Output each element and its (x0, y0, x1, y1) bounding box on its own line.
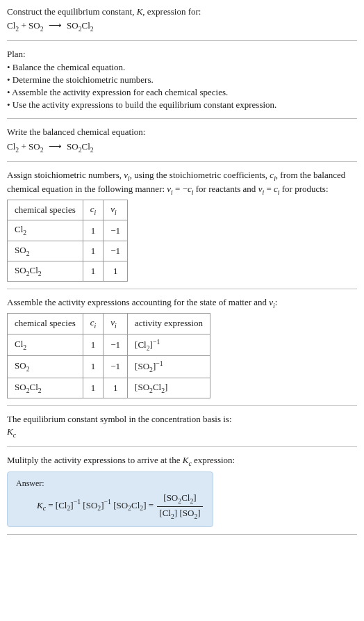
balanced-section: Write the balanced chemical equation: Cl… (7, 126, 357, 161)
fraction: [SO2Cl2] [Cl2] [SO2] (157, 492, 202, 520)
kc-symbol-section: The equilibrium constant symbol in the c… (7, 413, 357, 447)
multiply-text: Mulitply the activity expressions to arr… (7, 454, 357, 468)
intro-prefix: Construct the equilibrium constant, (7, 6, 137, 17)
product-1: SO2Cl2 (67, 20, 94, 31)
reactant-2: SO2 (28, 20, 44, 31)
col-c: ci (83, 314, 104, 334)
arrow-icon: ⟶ (49, 19, 62, 32)
table-row: SO2Cl2 1 1 (8, 261, 128, 281)
table-row: Cl2 1 −1 (8, 220, 128, 241)
intro-suffix: , expression for: (142, 6, 201, 17)
reactant-1: Cl2 (7, 20, 19, 31)
kc-symbol: Kc (7, 426, 357, 439)
col-nu: νi (104, 200, 128, 220)
balanced-header: Write the balanced chemical equation: (7, 126, 357, 138)
plan-item-3: • Assemble the activity expression for e… (7, 86, 357, 99)
table-row: SO2 1 −1 [SO2]−1 (8, 356, 210, 378)
plan-section: Plan: • Balance the chemical equation. •… (7, 48, 357, 119)
col-species: chemical species (8, 200, 83, 220)
answer-box: Answer: Kc = [Cl2]−1 [SO2]−1 [SO2Cl2] = … (7, 471, 213, 527)
table-header-row: chemical species ci νi activity expressi… (8, 314, 210, 334)
assign-text: Assign stoichiometric numbers, νi, using… (7, 169, 357, 197)
kc-symbol-text: The equilibrium constant symbol in the c… (7, 413, 357, 426)
multiply-section: Mulitply the activity expressions to arr… (7, 454, 357, 535)
activity-table: chemical species ci νi activity expressi… (7, 313, 210, 398)
col-activity: activity expression (128, 314, 210, 334)
reaction-equation: Cl2 + SO2 ⟶ SO2Cl2 (7, 19, 357, 33)
plan-header: Plan: (7, 48, 357, 61)
assemble-text: Assemble the activity expressions accoun… (7, 296, 357, 310)
plan-item-4: • Use the activity expressions to build … (7, 99, 357, 111)
table-row: Cl2 1 −1 [Cl2]−1 (8, 334, 210, 356)
table-row: SO2 1 −1 (8, 241, 128, 261)
col-species: chemical species (8, 314, 83, 334)
kc-expression: Kc = [Cl2]−1 [SO2]−1 [SO2Cl2] = [SO2Cl2]… (37, 492, 204, 520)
activity-expr-3: [SO2Cl2] (128, 378, 210, 398)
table-header-row: chemical species ci νi (8, 200, 128, 220)
assign-section: Assign stoichiometric numbers, νi, using… (7, 169, 357, 289)
denominator: [Cl2] [SO2] (157, 507, 202, 521)
col-c: ci (83, 200, 104, 220)
intro-section: Construct the equilibrium constant, K, e… (7, 6, 357, 41)
activity-expr-2: [SO2]−1 (128, 356, 210, 378)
table-row: SO2Cl2 1 1 [SO2Cl2] (8, 378, 210, 398)
plan-item-1: • Balance the chemical equation. (7, 61, 357, 74)
answer-label: Answer: (16, 478, 204, 490)
balanced-equation: Cl2 + SO2 ⟶ SO2Cl2 (7, 140, 357, 154)
arrow-icon: ⟶ (49, 140, 62, 153)
col-nu: νi (104, 314, 128, 334)
plan-item-2: • Determine the stoichiometric numbers. (7, 74, 357, 86)
activity-expr-1: [Cl2]−1 (128, 334, 210, 356)
assemble-section: Assemble the activity expressions accoun… (7, 296, 357, 406)
numerator: [SO2Cl2] (157, 492, 202, 506)
stoich-table: chemical species ci νi Cl2 1 −1 SO2 1 −1… (7, 200, 128, 282)
intro-text: Construct the equilibrium constant, K, e… (7, 6, 357, 18)
